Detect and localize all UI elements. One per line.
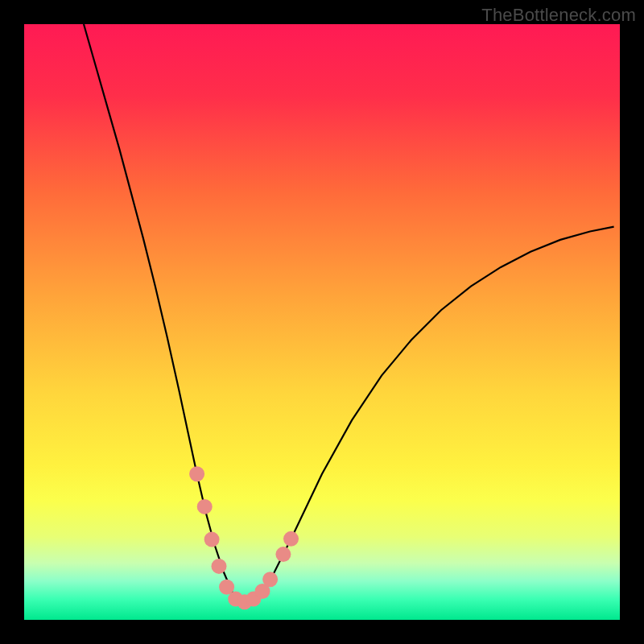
gradient-background [24, 24, 620, 620]
bottleneck-chart [24, 24, 620, 620]
marker-dot [283, 531, 299, 547]
marker-dot [197, 499, 213, 514]
marker-dot [275, 547, 291, 562]
marker-dot [189, 466, 204, 481]
watermark-text: TheBottleneck.com [481, 5, 636, 26]
chart-frame [24, 24, 620, 620]
marker-dot [211, 559, 226, 574]
marker-dot [262, 572, 278, 587]
marker-dot [204, 532, 220, 547]
